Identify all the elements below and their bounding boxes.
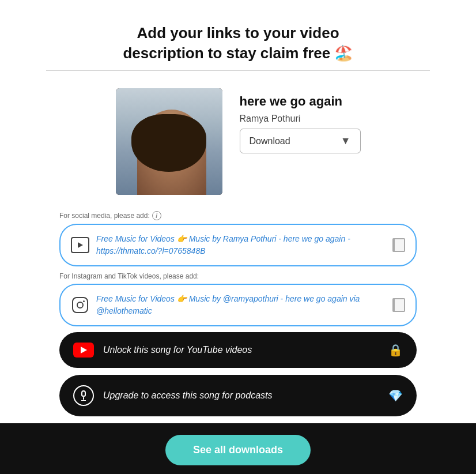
diamond-icon: 💎 — [388, 389, 403, 402]
youtube-unlock-button[interactable]: Unlock this song for YouTube videos 🔒 — [59, 332, 417, 368]
track-artist: Ramya Pothuri — [240, 114, 361, 124]
youtube-unlock-label: Unlock this song for YouTube videos — [103, 345, 252, 355]
instagram-text-box: Free Music for Videos 👉 Music by @ramyap… — [59, 284, 417, 326]
podcast-upgrade-button[interactable]: Upgrade to access this song for podcasts… — [59, 375, 417, 416]
video-play-icon — [71, 236, 89, 254]
track-title: here we go again — [240, 94, 361, 109]
download-select-label: Download — [250, 136, 290, 146]
download-select[interactable]: Download ▼ — [240, 129, 361, 153]
copy-icon-2[interactable] — [392, 298, 405, 312]
footer-bar: See all downloads — [0, 423, 476, 474]
see-all-downloads-button[interactable]: See all downloads — [165, 435, 311, 465]
page-headline: Add your links to your video description… — [123, 23, 353, 63]
instagram-icon — [71, 296, 89, 314]
instagram-attribution-text[interactable]: Free Music for Videos 👉 Music by @ramyap… — [96, 293, 386, 317]
decorative-hair — [131, 114, 206, 172]
track-info: here we go again Ramya Pothuri Download … — [240, 88, 361, 153]
youtube-button-left: Unlock this song for YouTube videos — [73, 343, 252, 358]
chevron-down-icon: ▼ — [341, 135, 351, 147]
info-icon[interactable]: i — [152, 211, 161, 220]
youtube-icon — [73, 343, 94, 358]
attribution-section: For social media, please add: i Free Mus… — [59, 211, 417, 423]
section-divider — [46, 70, 430, 71]
album-art-image — [116, 88, 222, 195]
instagram-attribution-label: For Instagram and TikTok videos, please … — [59, 272, 417, 280]
youtube-attribution-label: For social media, please add: i — [59, 211, 417, 220]
microphone-icon — [73, 385, 94, 406]
copy-icon[interactable] — [392, 238, 405, 252]
youtube-text-box: Free Music for Videos 👉 Music by Ramya P… — [59, 224, 417, 266]
album-art — [116, 88, 222, 195]
podcast-upgrade-label: Upgrade to access this song for podcasts — [103, 390, 273, 401]
youtube-attribution-text[interactable]: Free Music for Videos 👉 Music by Ramya P… — [96, 233, 386, 257]
track-row: here we go again Ramya Pothuri Download … — [46, 88, 430, 195]
podcast-button-left: Upgrade to access this song for podcasts — [73, 385, 273, 406]
lock-icon: 🔒 — [388, 343, 403, 357]
